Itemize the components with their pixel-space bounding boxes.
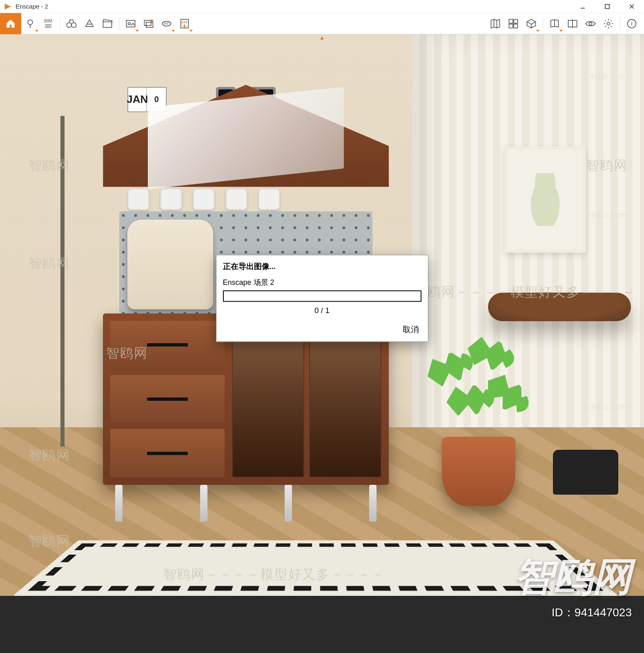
svg-text:i: i: [631, 20, 632, 27]
video-clapper-button[interactable]: [98, 13, 116, 34]
exe-export-button[interactable]: EXE: [176, 13, 194, 34]
titlebar: Enscape - 2: [0, 0, 644, 13]
help-button[interactable]: i: [623, 13, 641, 34]
cancel-button[interactable]: 取消: [400, 322, 421, 336]
svg-rect-22: [509, 19, 513, 23]
svg-text:360°: 360°: [164, 22, 170, 25]
pear-artwork: [527, 173, 564, 226]
window-title: Enscape - 2: [16, 3, 48, 10]
panorama-360-button[interactable]: 360°: [158, 13, 176, 34]
espresso-machine: [127, 220, 213, 309]
screenshot-export-button[interactable]: [122, 13, 140, 34]
binoculars-button[interactable]: [62, 13, 80, 34]
eye-button[interactable]: [582, 13, 599, 34]
progress-bar: [223, 290, 421, 302]
dropdown-caret-icon: [189, 30, 193, 32]
compare-button[interactable]: [564, 13, 582, 34]
viewport-collapse-handle-icon[interactable]: ▲: [319, 34, 325, 41]
svg-rect-25: [514, 24, 517, 28]
svg-point-13: [128, 22, 131, 25]
bim-label: BIM: [44, 19, 52, 23]
toolbar-group-export: 360° EXE: [122, 13, 194, 34]
export-dialog: 正在导出图像... Enscape 场景 2 0 / 1 取消: [216, 255, 428, 342]
svg-rect-1: [605, 4, 609, 9]
wall-picture: [504, 147, 586, 253]
minimize-button[interactable]: [570, 0, 595, 13]
desk-calendar-month: JAN: [128, 88, 147, 111]
perspective-button[interactable]: [80, 13, 98, 34]
tall-plant: [26, 79, 99, 446]
svg-point-4: [28, 20, 33, 24]
toolbar-separator: [620, 17, 620, 30]
svg-rect-15: [146, 22, 153, 27]
progress-text: 0 / 1: [223, 306, 421, 315]
dropdown-caret-icon: [559, 30, 563, 32]
settings-gear-button[interactable]: [599, 13, 617, 34]
svg-rect-14: [145, 20, 151, 25]
bar-stool: [553, 450, 618, 495]
sideboard-glass-doors: [232, 321, 381, 478]
svg-rect-24: [509, 24, 513, 28]
dialog-title: 正在导出图像...: [223, 261, 421, 271]
dropdown-caret-icon: [35, 30, 38, 32]
map-button[interactable]: [486, 13, 504, 34]
book-open-button[interactable]: [546, 13, 564, 34]
enscape-logo-icon: [3, 2, 12, 11]
dialog-scene-label: Enscape 场景 2: [223, 277, 421, 287]
home-button[interactable]: [0, 13, 21, 34]
views-pin-button[interactable]: [21, 13, 39, 34]
svg-point-30: [607, 22, 610, 25]
terracotta-pot: [442, 437, 515, 506]
svg-text:EXE: EXE: [182, 20, 187, 23]
close-button[interactable]: [619, 0, 644, 13]
toolbar-separator: [119, 17, 119, 30]
bim-button[interactable]: BIM: [39, 13, 57, 34]
toolbar-separator: [60, 17, 60, 30]
svg-point-29: [589, 22, 592, 25]
svg-point-8: [67, 22, 71, 27]
svg-rect-23: [514, 19, 517, 23]
svg-rect-11: [103, 22, 112, 27]
cube-button[interactable]: [522, 13, 540, 34]
window-controls: [570, 0, 644, 13]
maximize-button[interactable]: [595, 0, 619, 13]
app-window: Enscape - 2 BIM: [0, 0, 644, 596]
toolbar-group-right: i: [486, 13, 641, 34]
batch-export-button[interactable]: [140, 13, 158, 34]
toolbar-group-nav: BIM: [21, 13, 116, 34]
overlay-watermark-id: ID：941447023: [552, 605, 632, 620]
dialog-actions: 取消: [223, 322, 421, 336]
monstera-leaves: [422, 333, 528, 439]
render-viewport[interactable]: ▲ JAN 0: [0, 34, 644, 596]
rug: [13, 540, 618, 596]
toolbar-separator: [543, 17, 543, 30]
dropdown-caret-icon: [172, 30, 175, 32]
power-outlet-strip: [119, 187, 372, 211]
dropdown-caret-icon: [136, 30, 139, 32]
toolbar: BIM 360°: [0, 13, 644, 34]
sideboard-legs: [115, 485, 377, 522]
dropdown-caret-icon: [536, 30, 539, 32]
sideboard-drawers: [110, 321, 225, 478]
round-table: [488, 293, 631, 321]
asset-library-button[interactable]: [504, 13, 522, 34]
svg-point-9: [71, 22, 76, 27]
